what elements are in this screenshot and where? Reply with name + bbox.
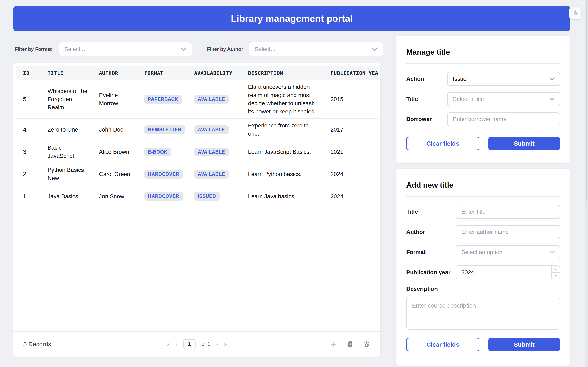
stepper-up-icon[interactable]: ▲ xyxy=(552,266,560,273)
availability-badge: ISSUED xyxy=(194,192,220,201)
filter-author-select[interactable]: Select... xyxy=(249,42,383,56)
column-header-availability[interactable]: AVAILABILITY xyxy=(187,66,241,80)
first-page-button[interactable]: « xyxy=(166,341,170,347)
grid-toolbar xyxy=(330,340,371,348)
moon-icon xyxy=(571,9,579,17)
new-author-field: Author xyxy=(406,225,560,239)
export-icon[interactable] xyxy=(346,341,354,348)
cell-author: Eveline Morrow xyxy=(92,80,138,119)
current-page-input[interactable]: 1 xyxy=(183,339,196,349)
table-header-row: ID TITLE AUTHOR FORMAT AVAILABILITY DESC… xyxy=(16,66,378,80)
dark-mode-toggle[interactable] xyxy=(570,7,581,19)
manage-buttons: Clear fields Submit xyxy=(406,137,560,150)
title-label: Title xyxy=(406,96,447,102)
borrower-field: Borrower xyxy=(406,112,560,126)
new-format-select[interactable]: Select an option xyxy=(456,245,560,259)
divider xyxy=(406,196,560,197)
manage-title-card: Manage title Action Issue Title Select a… xyxy=(396,36,570,163)
cell-id: 2 xyxy=(16,163,41,185)
submit-button[interactable]: Submit xyxy=(488,338,560,351)
action-field: Action Issue xyxy=(406,72,560,86)
cell-title: Zero to One xyxy=(41,119,92,141)
pagination: « ‹ 1 of 1 › » xyxy=(166,339,227,349)
cell-year: 2024 xyxy=(324,185,378,207)
record-count: 5 Records xyxy=(23,341,51,348)
format-badge: PAPERBACK xyxy=(144,95,182,104)
filter-author-label: Filter by Author xyxy=(207,46,243,52)
last-page-button[interactable]: » xyxy=(224,341,227,347)
cell-description: Learn JavaScript Basics. xyxy=(241,141,324,163)
stepper-down-icon[interactable]: ▼ xyxy=(552,273,560,279)
new-author-label: Author xyxy=(406,229,456,235)
add-title-card: Add new title Title Author Format Select… xyxy=(396,169,570,366)
column-header-description[interactable]: DESCRIPTION xyxy=(241,66,324,80)
cell-year: 2024 xyxy=(324,163,378,185)
filter-author-placeholder: Select... xyxy=(255,46,275,52)
format-badge: NEWSLETTER xyxy=(144,125,185,134)
new-author-input[interactable] xyxy=(456,225,560,239)
cell-id: 1 xyxy=(16,185,41,207)
cell-author: Alice Brown xyxy=(92,141,138,163)
scrollbar[interactable] xyxy=(585,0,588,367)
action-select[interactable]: Issue xyxy=(447,72,560,86)
column-header-author[interactable]: AUTHOR xyxy=(92,66,138,80)
table-row[interactable]: 2 Python Basics New Carol Green HARDCOVE… xyxy=(16,163,378,185)
cell-description: Learn Python basics. xyxy=(241,163,324,185)
scrollbar-thumb[interactable] xyxy=(586,1,587,201)
chevron-down-icon xyxy=(549,76,555,82)
cell-description: Experience from zero to one. xyxy=(241,119,324,141)
cell-description: Elara uncovers a hidden realm of magic a… xyxy=(241,80,324,119)
page-count-label: of 1 xyxy=(201,341,210,347)
column-header-title[interactable]: TITLE xyxy=(41,66,92,80)
page-title: Library management portal xyxy=(231,13,353,24)
table-row[interactable]: 5 Whispers of the Forgotten Realm Evelin… xyxy=(16,80,378,119)
clear-fields-button[interactable]: Clear fields xyxy=(406,137,479,150)
submit-button[interactable]: Submit xyxy=(488,137,560,150)
column-header-year[interactable]: PUBLICATION YEAR xyxy=(324,66,378,80)
filter-format-select[interactable]: Select... xyxy=(59,42,192,56)
cell-author: John Doe xyxy=(92,119,138,141)
table-row[interactable]: 4 Zero to One John Doe NEWSLETTER AVAILA… xyxy=(16,119,378,141)
eye-icon[interactable] xyxy=(363,340,371,348)
publication-year-input[interactable] xyxy=(456,266,560,279)
next-page-button[interactable]: › xyxy=(216,341,218,347)
title-field: Title Select a title xyxy=(406,92,560,106)
cell-year: 2015 xyxy=(324,80,378,119)
clear-fields-button[interactable]: Clear fields xyxy=(406,338,479,351)
number-stepper: ▲ ▼ xyxy=(552,266,560,279)
availability-badge: AVAILABLE xyxy=(194,148,229,156)
new-format-field: Format Select an option xyxy=(406,245,560,259)
format-select-placeholder: Select an option xyxy=(461,249,502,256)
table-row[interactable]: 3 Basic JavaScript Alice Brown E-BOOK AV… xyxy=(16,141,378,163)
cell-author: Jon Snow xyxy=(92,185,138,207)
description-textarea[interactable] xyxy=(406,297,560,330)
cell-id: 5 xyxy=(16,80,41,119)
format-badge: E-BOOK xyxy=(144,148,171,156)
filter-format-placeholder: Select... xyxy=(64,46,85,52)
column-header-format[interactable]: FORMAT xyxy=(138,66,187,80)
column-header-id[interactable]: ID xyxy=(16,66,41,80)
cell-title: Whispers of the Forgotten Realm xyxy=(41,80,92,119)
title-select-placeholder: Select a title xyxy=(453,96,484,102)
manage-title-heading: Manage title xyxy=(406,48,560,57)
availability-badge: AVAILABLE xyxy=(194,95,229,104)
previous-page-button[interactable]: ‹ xyxy=(176,341,178,347)
plus-icon[interactable] xyxy=(330,341,337,348)
cell-year: 2021 xyxy=(324,141,378,163)
cell-title: Basic JavaScript xyxy=(41,141,92,163)
cell-id: 3 xyxy=(16,141,41,163)
cell-id: 4 xyxy=(16,119,41,141)
format-badge: HARDCOVER xyxy=(144,192,183,201)
cell-author: Carol Green xyxy=(92,163,138,185)
table-row[interactable]: 1 Java Basics Jon Snow HARDCOVER ISSUED … xyxy=(16,185,378,207)
chevron-down-icon xyxy=(181,46,187,52)
title-select[interactable]: Select a title xyxy=(447,92,560,106)
chevron-down-icon xyxy=(549,96,555,102)
availability-badge: AVAILABLE xyxy=(194,170,229,179)
publication-year-field: Publication year ▲ ▼ xyxy=(406,266,560,279)
chevron-down-icon xyxy=(549,249,555,256)
filter-format-label: Filter by Format xyxy=(15,46,52,52)
new-format-label: Format xyxy=(406,249,456,256)
new-title-input[interactable] xyxy=(456,205,560,219)
borrower-input[interactable] xyxy=(447,112,560,126)
